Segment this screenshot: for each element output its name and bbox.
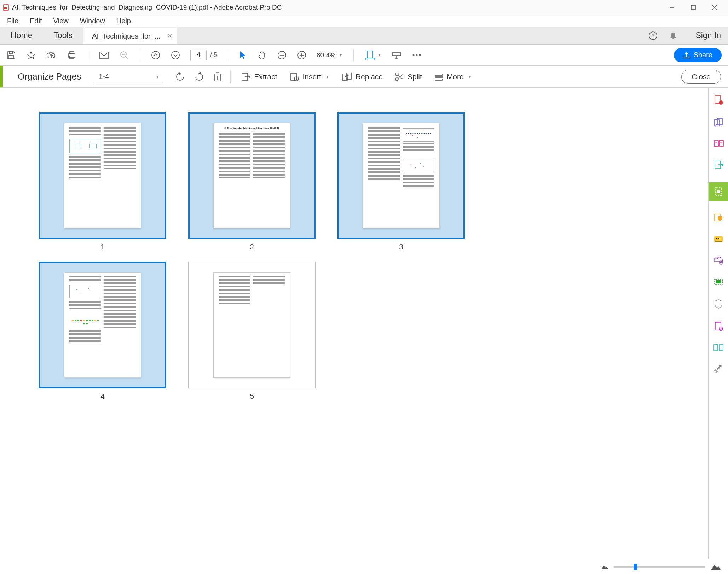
tab-document[interactable]: AI_Techniques_for_... ✕ (83, 28, 177, 44)
help-icon[interactable]: ? (648, 31, 658, 41)
chevron-down-icon: ▼ (325, 75, 329, 79)
svg-text:+: + (720, 100, 722, 105)
compare-icon[interactable] (713, 344, 724, 352)
organize-pages-title: Organize Pages (18, 71, 81, 82)
tab-tools[interactable]: Tools (43, 27, 83, 44)
svg-point-19 (152, 51, 160, 59)
delete-icon[interactable] (213, 71, 223, 82)
scan-ocr-icon[interactable] (713, 277, 724, 286)
extract-label: Extract (254, 73, 277, 81)
close-window-button[interactable] (711, 4, 718, 11)
slider-handle[interactable] (634, 564, 637, 570)
page-number-label: 2 (250, 243, 254, 251)
page-number-label: 1 (100, 243, 105, 251)
organize-pages-toolbar: Organize Pages ▼ Extract Insert ▼ Replac… (0, 66, 728, 88)
page-thumbnail-4[interactable]: 4 (39, 262, 166, 400)
email-icon[interactable] (99, 51, 109, 59)
svg-rect-27 (392, 53, 401, 56)
close-tab-icon[interactable]: ✕ (167, 32, 172, 40)
menu-window[interactable]: Window (75, 16, 110, 27)
minimize-button[interactable] (669, 4, 676, 11)
split-label: Split (408, 73, 422, 81)
zoom-level-dropdown[interactable]: 80.4% ▼ (317, 51, 343, 59)
chevron-down-icon: ▼ (468, 75, 472, 79)
svg-rect-49 (435, 74, 442, 75)
fill-sign-icon[interactable] (713, 235, 724, 244)
thumbnail-zoom-slider[interactable] (613, 566, 705, 568)
more-label: More (447, 73, 464, 81)
hand-tool-icon[interactable] (257, 50, 267, 60)
rotate-left-icon[interactable] (174, 71, 186, 82)
tab-home[interactable]: Home (0, 27, 43, 44)
comment-icon[interactable] (713, 213, 723, 223)
svg-rect-3 (691, 5, 695, 10)
svg-rect-51 (435, 79, 442, 80)
more-button[interactable]: More ▼ (432, 73, 474, 81)
window-titlebar: AI_Techniques_for_Detecting_and_Diagnosi… (0, 0, 728, 15)
save-icon[interactable] (6, 50, 16, 60)
page-thumbnail-5[interactable]: 5 (188, 262, 316, 400)
svg-line-17 (126, 57, 128, 59)
zoom-out-icon[interactable] (277, 50, 287, 60)
page-up-icon[interactable] (151, 50, 161, 60)
menu-edit[interactable]: Edit (25, 16, 47, 27)
notifications-icon[interactable] (669, 31, 678, 40)
pdf-file-icon (3, 4, 9, 11)
chevron-down-icon[interactable]: ▼ (155, 74, 160, 79)
svg-rect-10 (9, 56, 14, 59)
page-number-label: 3 (399, 243, 403, 251)
replace-button[interactable]: Replace (339, 72, 385, 82)
insert-button[interactable]: Insert ▼ (287, 72, 331, 82)
menu-view[interactable]: View (48, 16, 74, 27)
send-for-review-icon[interactable] (713, 256, 724, 265)
selection-tool-icon[interactable] (239, 50, 247, 60)
page-number-input[interactable] (190, 50, 207, 60)
svg-rect-9 (9, 52, 13, 54)
page-number-label: 5 (250, 392, 254, 400)
protect-icon[interactable] (714, 298, 723, 309)
sign-in-button[interactable]: Sign In (688, 27, 728, 44)
cloud-upload-icon[interactable] (46, 50, 57, 60)
create-pdf-icon[interactable]: + (713, 95, 723, 105)
svg-rect-65 (717, 190, 720, 193)
zoom-in-thumb-icon[interactable] (710, 563, 721, 570)
svg-rect-58 (719, 141, 723, 146)
rotate-right-icon[interactable] (193, 71, 205, 82)
zoom-level-value: 80.4% (317, 51, 336, 59)
page-number-label: 4 (100, 392, 105, 400)
menu-file[interactable]: File (2, 16, 23, 27)
svg-rect-73 (714, 345, 718, 350)
search-icon[interactable] (119, 50, 129, 60)
menu-help[interactable]: Help (111, 16, 136, 27)
scroll-mode-icon[interactable] (391, 50, 402, 60)
maximize-button[interactable] (690, 4, 697, 11)
share-button[interactable]: Share (674, 48, 722, 62)
extract-button[interactable]: Extract (238, 72, 279, 82)
zoom-in-icon[interactable] (297, 50, 307, 60)
page-thumbnail-1[interactable]: 1 (39, 112, 166, 251)
edit-pdf-icon[interactable] (713, 139, 724, 148)
replace-label: Replace (356, 73, 383, 81)
star-icon[interactable] (26, 50, 36, 60)
chevron-down-icon: ▼ (339, 53, 343, 58)
page-thumbnail-2[interactable]: AI Techniques for Detecting and Diagnosi… (188, 112, 316, 251)
organize-pages-icon[interactable] (709, 182, 728, 201)
more-tools-icon[interactable] (412, 53, 422, 57)
close-organize-button[interactable]: Close (681, 70, 721, 84)
fill-form-icon[interactable] (714, 321, 723, 332)
page-thumbnails-area[interactable]: 1 AI Techniques for Detecting and Diagno… (0, 88, 708, 559)
more-tools-icon[interactable] (713, 364, 723, 373)
page-down-icon[interactable] (171, 50, 180, 60)
page-thumbnail-3[interactable]: 3 (337, 112, 465, 251)
right-tools-panel: + (708, 88, 728, 559)
svg-point-20 (172, 51, 179, 59)
svg-point-68 (719, 261, 723, 264)
zoom-out-thumb-icon[interactable] (601, 564, 608, 570)
fit-width-icon[interactable]: ▼ (364, 50, 381, 60)
split-button[interactable]: Split (393, 72, 424, 82)
combine-files-icon[interactable] (713, 117, 724, 127)
page-range-input[interactable] (96, 70, 163, 83)
print-icon[interactable] (67, 50, 77, 60)
svg-rect-26 (367, 51, 373, 58)
export-pdf-icon[interactable] (713, 160, 723, 170)
